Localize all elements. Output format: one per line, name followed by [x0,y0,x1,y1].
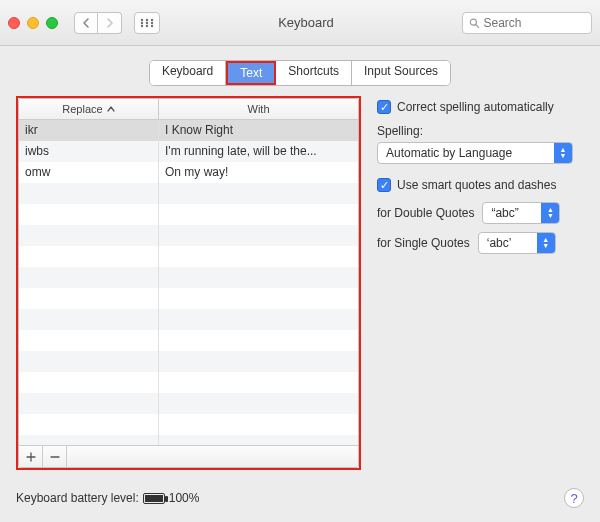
cell-with [159,351,358,372]
table-row[interactable] [19,246,358,267]
svg-point-3 [141,21,143,23]
table-row[interactable]: iwbsI'm running late, will be the... [19,141,358,162]
table-row[interactable] [19,204,358,225]
cell-replace [19,183,159,204]
table-row[interactable] [19,393,358,414]
table-row[interactable] [19,225,358,246]
tab-input-sources[interactable]: Input Sources [352,61,450,85]
cell-replace [19,267,159,288]
battery-label: Keyboard battery level: [16,491,139,505]
double-quotes-row: for Double Quotes “abc” ▲▼ [377,202,584,224]
cell-with [159,204,358,225]
table-body[interactable]: ikrI Know RightiwbsI'm running late, wil… [19,120,358,445]
table-row[interactable] [19,435,358,445]
spelling-value: Automatic by Language [378,146,554,160]
cell-with [159,225,358,246]
cell-replace [19,435,159,445]
table-row[interactable]: ikrI Know Right [19,120,358,141]
cell-replace [19,393,159,414]
help-icon: ? [570,491,577,506]
tab-row: Keyboard Text Shortcuts Input Sources [0,60,600,86]
svg-point-4 [146,21,148,23]
table-row[interactable] [19,267,358,288]
column-with-label: With [248,103,270,115]
main-content: Replace With ikrI Know RightiwbsI'm runn… [0,96,600,470]
titlebar: Keyboard [0,0,600,46]
battery-percent: 100% [169,491,200,505]
cell-replace [19,288,159,309]
svg-point-1 [146,18,148,20]
column-replace[interactable]: Replace [19,99,159,119]
updown-icon: ▲▼ [541,203,559,223]
close-icon[interactable] [8,17,20,29]
zoom-icon[interactable] [46,17,58,29]
svg-point-6 [141,24,143,26]
grid-icon [140,18,154,28]
tab-text-highlight: Text [226,61,276,85]
checkbox-correct-spelling[interactable]: ✓ [377,100,391,114]
smart-quotes-label: Use smart quotes and dashes [397,178,556,192]
svg-line-10 [476,24,479,27]
table-row[interactable] [19,183,358,204]
cell-replace [19,225,159,246]
tab-keyboard[interactable]: Keyboard [150,61,226,85]
svg-point-0 [141,18,143,20]
cell-with: On my way! [159,162,358,183]
checkbox-smart-quotes[interactable]: ✓ [377,178,391,192]
svg-point-5 [151,21,153,23]
cell-replace: iwbs [19,141,159,162]
table-row[interactable] [19,288,358,309]
cell-replace [19,309,159,330]
segmented-tabs: Keyboard Text Shortcuts Input Sources [149,60,451,86]
cell-with [159,246,358,267]
back-button[interactable] [74,12,98,34]
bottom-bar: Keyboard battery level: 100% ? [0,477,600,522]
table-row[interactable] [19,351,358,372]
search-icon [469,17,480,29]
table-footer [19,445,358,467]
window-controls [8,17,58,29]
cell-replace [19,246,159,267]
svg-point-2 [151,18,153,20]
tab-shortcuts[interactable]: Shortcuts [276,61,352,85]
minus-icon [50,452,60,462]
search-field[interactable] [462,12,592,34]
single-quotes-select[interactable]: ‘abc’ ▲▼ [478,232,556,254]
substitutions-table: Replace With ikrI Know RightiwbsI'm runn… [18,98,359,468]
minimize-icon[interactable] [27,17,39,29]
spelling-select[interactable]: Automatic by Language ▲▼ [377,142,573,164]
double-quotes-select[interactable]: “abc” ▲▼ [482,202,560,224]
column-replace-label: Replace [62,103,102,115]
table-row[interactable]: omwOn my way! [19,162,358,183]
cell-with [159,288,358,309]
table-row[interactable] [19,309,358,330]
forward-button[interactable] [98,12,122,34]
add-button[interactable] [19,446,43,468]
smart-quotes-row[interactable]: ✓ Use smart quotes and dashes [377,178,584,192]
remove-button[interactable] [43,446,67,468]
tab-text[interactable]: Text [228,63,274,83]
correct-spelling-row[interactable]: ✓ Correct spelling automatically [377,100,584,114]
cell-with [159,414,358,435]
cell-replace [19,414,159,435]
nav-buttons [74,12,122,34]
cell-with [159,267,358,288]
cell-with [159,309,358,330]
cell-with [159,372,358,393]
svg-point-8 [151,24,153,26]
show-all-button[interactable] [134,12,160,34]
cell-replace: omw [19,162,159,183]
spelling-block: Spelling: Automatic by Language ▲▼ [377,124,584,164]
search-input[interactable] [484,16,586,30]
table-row[interactable] [19,414,358,435]
single-quotes-value: ‘abc’ [479,236,537,250]
double-quotes-label: for Double Quotes [377,206,474,220]
plus-icon [26,452,36,462]
column-with[interactable]: With [159,99,358,119]
cell-with: I Know Right [159,120,358,141]
cell-with [159,183,358,204]
table-row[interactable] [19,330,358,351]
help-button[interactable]: ? [564,488,584,508]
chevron-up-icon [107,106,115,112]
table-row[interactable] [19,372,358,393]
